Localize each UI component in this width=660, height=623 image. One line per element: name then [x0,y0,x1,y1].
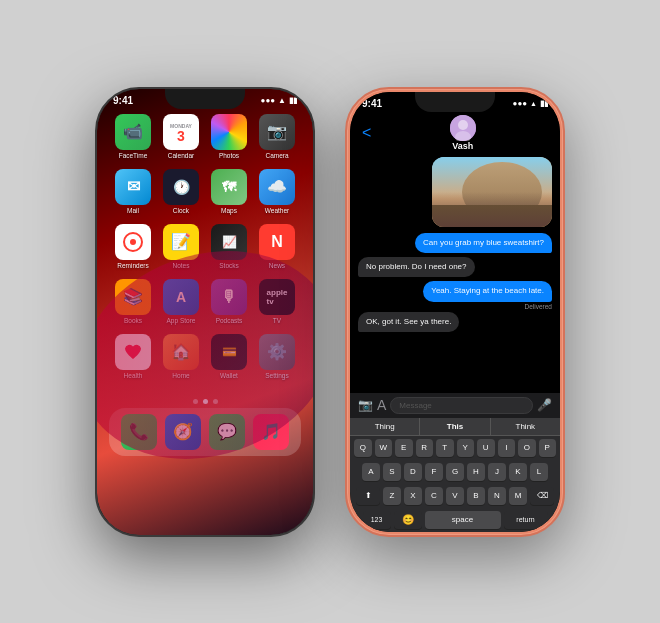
key-v[interactable]: V [446,487,464,505]
key-q[interactable]: Q [354,439,372,457]
notch [165,89,245,109]
msg-signal-icon: ●●● [513,99,528,108]
power-button [313,179,315,219]
app-facetime[interactable]: 📹 FaceTime [112,114,154,159]
suggestion-3[interactable]: Think [491,418,560,435]
msg-text-received-2: OK, got it. See ya there. [366,317,451,326]
messages-screen: 9:41 ●●● ▲ ▮▮ < Vash [350,92,560,532]
suggestion-2[interactable]: This [420,418,490,435]
right-phone: 9:41 ●●● ▲ ▮▮ < Vash [345,87,565,537]
key-y[interactable]: Y [457,439,475,457]
msg-text-sent-2: Yeah. Staying at the beach late. [431,286,544,295]
weather-icon: ☁️ [259,169,295,205]
app-reminders[interactable]: Reminders [112,224,154,269]
app-calendar[interactable]: Monday 3 Calendar [160,114,202,159]
news-icon: N [259,224,295,260]
message-photo [432,157,552,227]
app-photos[interactable]: Photos [208,114,250,159]
app-clock[interactable]: 🕐 Clock [160,169,202,214]
key-j[interactable]: J [488,463,506,481]
camera-icon: 📷 [259,114,295,150]
key-k[interactable]: K [509,463,527,481]
left-screen: 9:41 ●●● ▲ ▮▮ 📹 FaceTime Monday 3 [97,89,313,535]
signal-icon: ●●● [261,96,276,105]
key-b[interactable]: B [467,487,485,505]
mail-icon: ✉ [115,169,151,205]
kb-row-3: ⬆ Z X C V B N M ⌫ [350,484,560,508]
key-emoji[interactable]: 😊 [394,511,422,529]
key-l[interactable]: L [530,463,548,481]
app-input-icon[interactable]: A [377,397,386,413]
key-g[interactable]: G [446,463,464,481]
facetime-label: FaceTime [119,152,148,159]
msg-battery-icon: ▮▮ [540,99,548,108]
key-z[interactable]: Z [383,487,401,505]
key-u[interactable]: U [477,439,495,457]
mic-input-icon[interactable]: 🎤 [537,398,552,412]
back-button[interactable]: < [362,124,371,142]
camera-label: Camera [265,152,288,159]
msg-input-area: 📷 A Message 🎤 [350,393,560,418]
calendar-label: Calendar [168,152,194,159]
key-t[interactable]: T [436,439,454,457]
key-space[interactable]: space [425,511,501,529]
camera-input-icon[interactable]: 📷 [358,398,373,412]
key-x[interactable]: X [404,487,422,505]
svg-point-3 [458,120,468,130]
key-c[interactable]: C [425,487,443,505]
msg-bubble-received-2: OK, got it. See ya there. [358,312,459,332]
right-screen: 9:41 ●●● ▲ ▮▮ < Vash [350,92,560,532]
facetime-icon: 📹 [115,114,151,150]
calendar-icon: Monday 3 [163,114,199,150]
msg-wifi-icon: ▲ [530,100,537,107]
key-r[interactable]: R [416,439,434,457]
calendar-num: 3 [177,129,185,143]
app-mail[interactable]: ✉ Mail [112,169,154,214]
app-camera[interactable]: 📷 Camera [256,114,298,159]
keyboard-suggestions: Thing This Think [350,418,560,436]
key-delete[interactable]: ⌫ [530,487,554,505]
msg-bubble-sent-2: Yeah. Staying at the beach late. [423,281,552,301]
app-maps[interactable]: 🗺 Maps [208,169,250,214]
key-o[interactable]: O [518,439,536,457]
key-h[interactable]: H [467,463,485,481]
maps-icon: 🗺 [211,169,247,205]
message-input[interactable]: Message [390,397,533,414]
key-123[interactable]: 123 [363,511,391,529]
app-weather[interactable]: ☁️ Weather [256,169,298,214]
key-d[interactable]: D [404,463,422,481]
photos-label: Photos [219,152,239,159]
msg-bubble-received-1: No problem. Do I need one? [358,257,475,277]
msg-text-received-1: No problem. Do I need one? [366,262,467,271]
key-f[interactable]: F [425,463,443,481]
key-n[interactable]: N [488,487,506,505]
battery-icon: ▮▮ [289,96,297,105]
key-s[interactable]: S [383,463,401,481]
msg-status-icons: ●●● ▲ ▮▮ [513,99,548,108]
key-e[interactable]: E [395,439,413,457]
kb-row-bottom: 123 😊 space return [350,508,560,532]
key-i[interactable]: I [498,439,516,457]
status-time: 9:41 [113,95,133,106]
photos-icon [211,114,247,150]
msg-text-sent-1: Can you grab my blue sweatshirt? [423,238,544,247]
suggestion-1[interactable]: Thing [350,418,420,435]
svg-point-6 [462,162,542,222]
contact-info: Vash [377,115,548,151]
msg-status-time: 9:41 [362,98,382,109]
key-w[interactable]: W [375,439,393,457]
input-placeholder: Message [399,401,431,410]
svg-rect-7 [432,205,552,227]
status-icons: ●●● ▲ ▮▮ [261,96,297,105]
app-row-1: 📹 FaceTime Monday 3 Calendar Photos � [109,114,301,159]
key-a[interactable]: A [362,463,380,481]
keyboard: Thing This Think Q W E R T Y U I O P [350,418,560,532]
right-notch [415,92,495,112]
key-shift[interactable]: ⬆ [356,487,380,505]
svg-point-1 [130,239,136,245]
key-p[interactable]: P [539,439,557,457]
msg-header: < Vash [350,113,560,155]
key-m[interactable]: M [509,487,527,505]
key-return[interactable]: return [504,511,548,529]
contact-name: Vash [452,141,473,151]
